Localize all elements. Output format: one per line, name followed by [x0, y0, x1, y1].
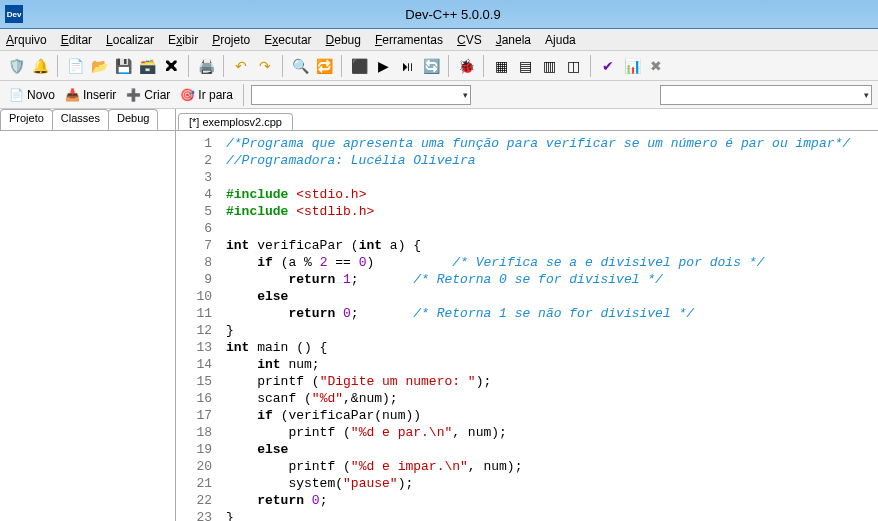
combo2[interactable]: ▾ — [660, 85, 872, 105]
chart-icon[interactable]: 📊 — [622, 56, 642, 76]
debug-icon[interactable]: 🐞 — [456, 56, 476, 76]
new-file-icon[interactable]: 📄 — [65, 56, 85, 76]
menu-cvs[interactable]: CVS — [457, 33, 482, 47]
toolbar-secondary: 📄Novo 📥Inserir ➕Criar 🎯Ir para ▾ ▾ — [0, 81, 878, 109]
code-body[interactable]: /*Programa que apresenta uma função para… — [220, 131, 878, 521]
rebuild-icon[interactable]: 🔄 — [421, 56, 441, 76]
file-tab-exemplos[interactable]: [*] exemplosv2.cpp — [178, 113, 293, 130]
menu-projeto[interactable]: Projeto — [212, 33, 250, 47]
tab-debug[interactable]: Debug — [108, 109, 158, 130]
grid2-icon[interactable]: ▤ — [515, 56, 535, 76]
grid3-icon[interactable]: ▥ — [539, 56, 559, 76]
menu-ferramentas[interactable]: Ferramentas — [375, 33, 443, 47]
irpara-button[interactable]: 🎯Ir para — [177, 87, 236, 103]
chevron-down-icon: ▾ — [864, 90, 869, 100]
novo-button[interactable]: 📄Novo — [6, 87, 58, 103]
redo-icon[interactable]: ↷ — [255, 56, 275, 76]
menu-janela[interactable]: Janela — [496, 33, 531, 47]
menu-arquivo[interactable]: Arquivo — [6, 33, 47, 47]
shield-icon[interactable]: 🛡️ — [6, 56, 26, 76]
tab-projeto[interactable]: Projeto — [0, 109, 53, 130]
menu-editar[interactable]: Editar — [61, 33, 92, 47]
left-panel: Projeto Classes Debug — [0, 109, 176, 521]
run-icon[interactable]: ▶ — [373, 56, 393, 76]
replace-icon[interactable]: 🔁 — [314, 56, 334, 76]
undo-icon[interactable]: ↶ — [231, 56, 251, 76]
compile-run-icon[interactable]: ⏯ — [397, 56, 417, 76]
delete-icon[interactable]: ✖ — [646, 56, 666, 76]
save-icon[interactable]: 💾 — [113, 56, 133, 76]
toolbar-main: 🛡️ 🔔 📄 📂 💾 🗃️ 🗙 🖨️ ↶ ↷ 🔍 🔁 ⬛ ▶ ⏯ 🔄 🐞 ▦ ▤… — [0, 51, 878, 81]
save-all-icon[interactable]: 🗃️ — [137, 56, 157, 76]
main-area: Projeto Classes Debug [*] exemplosv2.cpp… — [0, 109, 878, 521]
left-tabs: Projeto Classes Debug — [0, 109, 175, 131]
app-icon: Dev — [5, 5, 23, 23]
bell-icon[interactable]: 🔔 — [30, 56, 50, 76]
menu-bar: Arquivo Editar Localizar Exibir Projeto … — [0, 29, 878, 51]
inserir-button[interactable]: 📥Inserir — [62, 87, 119, 103]
tab-classes[interactable]: Classes — [52, 109, 109, 130]
menu-exibir[interactable]: Exibir — [168, 33, 198, 47]
menu-debug[interactable]: Debug — [326, 33, 361, 47]
menu-executar[interactable]: Executar — [264, 33, 311, 47]
menu-localizar[interactable]: Localizar — [106, 33, 154, 47]
combo1[interactable]: ▾ — [251, 85, 471, 105]
menu-ajuda[interactable]: Ajuda — [545, 33, 576, 47]
print-icon[interactable]: 🖨️ — [196, 56, 216, 76]
grid4-icon[interactable]: ◫ — [563, 56, 583, 76]
grid1-icon[interactable]: ▦ — [491, 56, 511, 76]
compile-icon[interactable]: ⬛ — [349, 56, 369, 76]
check-icon[interactable]: ✔ — [598, 56, 618, 76]
code-editor[interactable]: 1 2 3 4 5 6 7 8 9 10 11 12 13 14 15 16 1… — [176, 131, 878, 521]
file-tabs: [*] exemplosv2.cpp — [176, 109, 878, 131]
criar-button[interactable]: ➕Criar — [123, 87, 173, 103]
chevron-down-icon: ▾ — [463, 90, 468, 100]
line-gutter: 1 2 3 4 5 6 7 8 9 10 11 12 13 14 15 16 1… — [176, 131, 220, 521]
window-title: Dev-C++ 5.0.0.9 — [28, 7, 878, 22]
editor-panel: [*] exemplosv2.cpp 1 2 3 4 5 6 7 8 9 10 … — [176, 109, 878, 521]
project-tree[interactable] — [0, 131, 175, 519]
title-bar: Dev Dev-C++ 5.0.0.9 — [0, 0, 878, 29]
open-icon[interactable]: 📂 — [89, 56, 109, 76]
close-icon[interactable]: 🗙 — [161, 56, 181, 76]
find-icon[interactable]: 🔍 — [290, 56, 310, 76]
